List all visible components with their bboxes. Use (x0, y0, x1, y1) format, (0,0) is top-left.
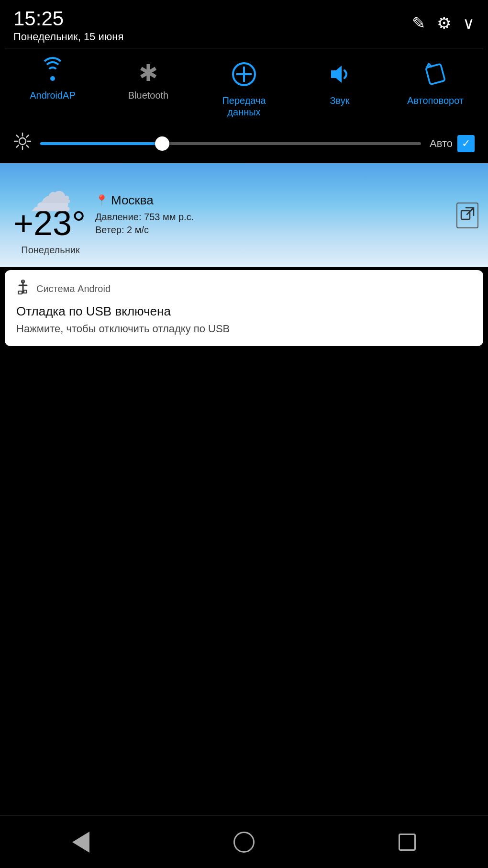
nav-back-button[interactable] (72, 832, 89, 853)
brightness-track (40, 142, 421, 145)
quick-toggles-row: AndroidAP ✱ Bluetooth Передача данных Зв… (0, 48, 488, 127)
weather-external-link-icon[interactable] (456, 203, 478, 228)
weather-day: Понедельник (21, 245, 79, 256)
nav-home-button[interactable] (233, 832, 255, 853)
toggle-autorotate-label: Автоповорот (407, 95, 464, 106)
brightness-icon (13, 132, 32, 155)
toggle-androidap[interactable]: AndroidAP (14, 62, 91, 101)
location-pin-icon: 📍 (95, 194, 108, 207)
weather-left: +23° Понедельник (13, 175, 88, 256)
svg-point-5 (19, 138, 26, 145)
svg-rect-19 (24, 290, 27, 293)
toggle-data[interactable]: Передача данных (206, 62, 282, 118)
bluetooth-icon: ✱ (139, 62, 158, 85)
svg-rect-14 (461, 211, 470, 219)
svg-rect-18 (18, 291, 22, 294)
back-triangle-icon (72, 832, 89, 853)
brightness-slider[interactable] (40, 142, 421, 145)
data-transfer-icon (232, 62, 256, 90)
weather-pressure: Давление: 753 мм р.с. (95, 212, 475, 223)
toggle-autorotate[interactable]: Автоповорот (397, 62, 474, 106)
sound-icon (327, 62, 352, 90)
notification-title: Отладка по USB включена (16, 304, 472, 319)
notification-card[interactable]: Система Android Отладка по USB включена … (5, 270, 483, 346)
toggle-androidap-label: AndroidAP (30, 90, 76, 101)
wifi-icon (40, 62, 65, 85)
recent-square-icon (399, 834, 416, 851)
auto-brightness-toggle[interactable]: Авто ✓ (430, 135, 475, 152)
navigation-bar (0, 815, 488, 868)
svg-line-13 (17, 145, 19, 147)
weather-wind: Ветер: 2 м/с (95, 225, 475, 236)
status-date: Понедельник, 15 июня (13, 31, 123, 43)
home-circle-icon (233, 832, 255, 853)
notification-body: Нажмите, чтобы отключить отладку по USB (16, 322, 472, 337)
weather-city: 📍 Москва (95, 193, 475, 208)
weather-info: 📍 Москва Давление: 753 мм р.с. Ветер: 2 … (88, 193, 475, 237)
status-time-date: 15:25 Понедельник, 15 июня (13, 9, 123, 43)
autorotate-icon (423, 62, 448, 90)
notification-app-name: Система Android (36, 283, 111, 294)
brightness-row: Авто ✓ (0, 127, 488, 163)
edit-icon[interactable]: ✎ (412, 13, 425, 33)
toggle-bluetooth-label: Bluetooth (128, 90, 169, 101)
svg-line-10 (17, 135, 19, 137)
svg-line-12 (26, 135, 28, 137)
nav-recent-button[interactable] (399, 834, 416, 851)
weather-city-name: Москва (111, 193, 154, 208)
toggle-sound[interactable]: Звук (301, 62, 378, 106)
status-bar: 15:25 Понедельник, 15 июня ✎ ⚙ ∨ (0, 0, 488, 48)
toggle-bluetooth[interactable]: ✱ Bluetooth (110, 62, 187, 101)
auto-brightness-label: Авто (430, 137, 453, 150)
weather-card[interactable]: +23° Понедельник 📍 Москва Давление: 753 … (0, 163, 488, 267)
usb-icon (16, 280, 30, 298)
collapse-icon[interactable]: ∨ (463, 13, 475, 33)
notification-header: Система Android (16, 280, 472, 298)
svg-marker-3 (331, 66, 342, 83)
settings-icon[interactable]: ⚙ (437, 13, 451, 33)
auto-brightness-checkbox[interactable]: ✓ (457, 135, 475, 152)
brightness-fill (40, 142, 162, 145)
status-action-icons: ✎ ⚙ ∨ (412, 9, 475, 33)
status-time: 15:25 (13, 9, 123, 29)
brightness-thumb[interactable] (155, 136, 169, 151)
svg-rect-4 (426, 64, 445, 84)
weather-cloud-icon (29, 175, 72, 203)
toggle-sound-label: Звук (330, 95, 349, 106)
toggle-data-label: Передача данных (222, 95, 266, 118)
svg-line-11 (26, 145, 28, 147)
